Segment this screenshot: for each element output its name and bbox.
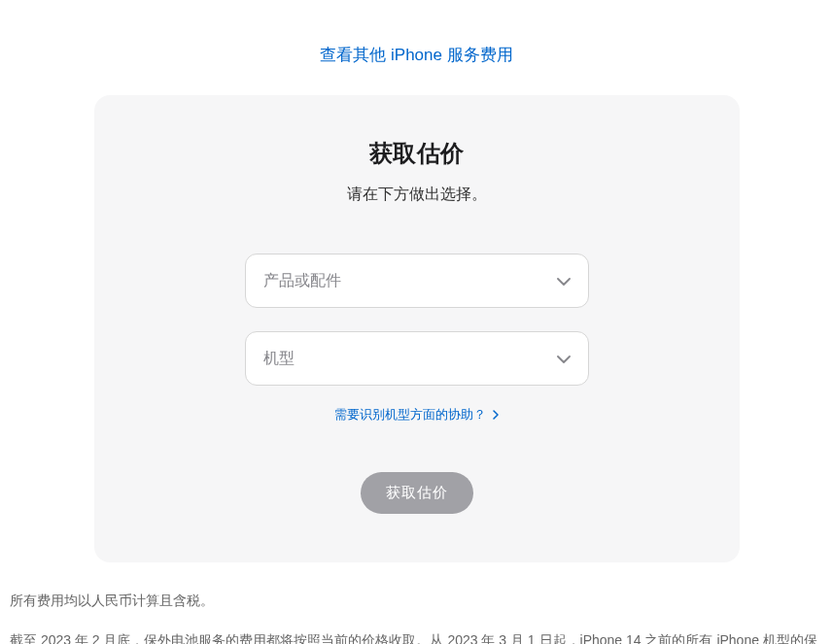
footer-line-2: 截至 2023 年 2 月底，保外电池服务的费用都将按照当前的价格收取。从 20… [10,627,823,644]
product-select[interactable]: 产品或配件 [245,254,589,308]
footer-line-2-text: 截至 2023 年 2 月底，保外电池服务的费用都将按照当前的价格收取。从 20… [10,632,817,644]
identify-model-help-link[interactable]: 需要识别机型方面的协助？ [334,407,500,422]
get-estimate-button[interactable]: 获取估价 [361,472,473,514]
model-select-placeholder: 机型 [263,349,295,369]
submit-row: 获取估价 [133,472,701,514]
chevron-right-icon [493,408,499,423]
other-services-link[interactable]: 查看其他 iPhone 服务费用 [320,46,512,64]
card-title: 获取估价 [133,138,701,169]
chevron-down-icon [557,272,571,289]
footer-line-1: 所有费用均以人民币计算且含税。 [10,588,823,614]
card-subtitle: 请在下方做出选择。 [133,185,701,205]
footer-notes: 所有费用均以人民币计算且含税。 截至 2023 年 2 月底，保外电池服务的费用… [0,562,833,644]
product-select-wrapper: 产品或配件 [245,254,589,308]
help-link-row: 需要识别机型方面的协助？ [133,405,701,424]
product-select-placeholder: 产品或配件 [263,271,341,291]
model-select[interactable]: 机型 [245,331,589,386]
top-link-row: 查看其他 iPhone 服务费用 [0,0,833,95]
model-select-wrapper: 机型 [245,331,589,386]
estimate-card: 获取估价 请在下方做出选择。 产品或配件 机型 需要识别机型方面的协助？ [94,95,740,562]
help-link-label: 需要识别机型方面的协助？ [334,407,486,422]
chevron-down-icon [557,350,571,367]
